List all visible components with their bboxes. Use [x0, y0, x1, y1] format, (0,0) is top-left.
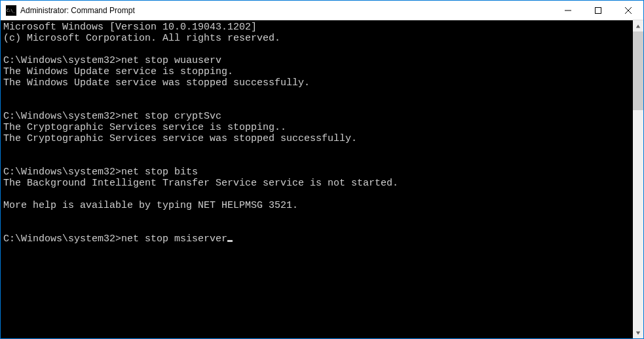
output-line: The Cryptographic Services service was s… — [3, 133, 357, 144]
prompt: C:\Windows\system32> — [3, 111, 121, 122]
maximize-button[interactable] — [583, 1, 613, 20]
version-line: Microsoft Windows [Version 10.0.19043.12… — [3, 22, 257, 33]
close-button[interactable] — [613, 1, 643, 20]
output-line: The Windows Update service was stopped s… — [3, 77, 310, 89]
scrollbar-thumb[interactable] — [633, 31, 643, 110]
scroll-down-button[interactable] — [633, 327, 643, 338]
prompt: C:\Windows\system32> — [3, 55, 121, 66]
prompt: C:\Windows\system32> — [3, 233, 121, 245]
command-3: net stop bits — [121, 167, 198, 178]
copyright-line: (c) Microsoft Corporation. All rights re… — [3, 33, 280, 44]
vertical-scrollbar[interactable] — [633, 20, 643, 338]
window-controls — [553, 1, 643, 20]
minimize-button[interactable] — [553, 1, 583, 20]
scroll-up-button[interactable] — [633, 20, 643, 31]
content-area: Microsoft Windows [Version 10.0.19043.12… — [1, 20, 643, 338]
svg-rect-0 — [596, 7, 601, 13]
terminal-output[interactable]: Microsoft Windows [Version 10.0.19043.12… — [1, 20, 633, 338]
output-line: The Background Intelligent Transfer Serv… — [3, 178, 398, 189]
output-line: The Windows Update service is stopping. — [3, 66, 233, 77]
command-1: net stop wuauserv — [121, 55, 221, 66]
output-line: The Cryptographic Services service is st… — [3, 122, 286, 133]
window-title: Administrator: Command Prompt — [20, 6, 553, 15]
titlebar[interactable]: Administrator: Command Prompt — [1, 1, 643, 20]
prompt: C:\Windows\system32> — [3, 167, 121, 178]
window-frame: Administrator: Command Prompt Microsoft … — [1, 1, 643, 338]
command-2: net stop cryptSvc — [121, 111, 221, 122]
command-4: net stop msiserver — [121, 233, 227, 245]
cursor — [227, 240, 233, 242]
output-line: More help is available by typing NET HEL… — [3, 200, 298, 211]
cmd-icon — [6, 5, 16, 16]
